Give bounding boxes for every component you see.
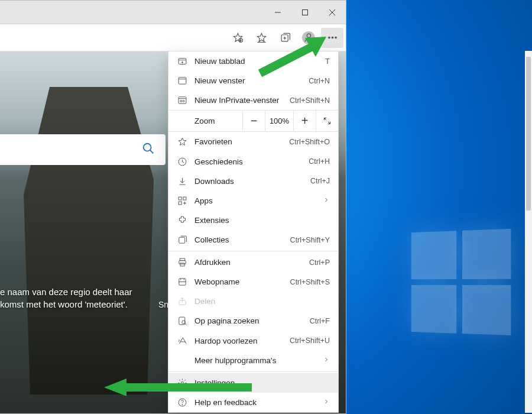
collections-icon — [177, 235, 187, 245]
menu-collections[interactable]: Collecties Ctrl+Shift+Y — [168, 230, 338, 250]
menu-extensions[interactable]: Extensies — [168, 211, 338, 230]
svg-point-17 — [144, 144, 151, 151]
print-icon — [177, 257, 187, 268]
menu-more-tools[interactable]: Meer hulpprogramma's — [168, 351, 338, 370]
add-favorite-button[interactable] — [226, 28, 249, 48]
find-icon — [177, 316, 187, 326]
share-icon — [177, 296, 187, 307]
menu-history[interactable]: Geschiedenis Ctrl+H — [168, 151, 338, 171]
menu-scrollbar[interactable] — [525, 51, 532, 413]
menu-separator — [168, 371, 338, 372]
svg-rect-23 — [179, 77, 186, 84]
new-tab-icon — [177, 56, 187, 67]
minimize-button[interactable] — [264, 1, 291, 24]
menu-new-inprivate[interactable]: Nieuw InPrivate-venster Ctrl+Shift+N — [168, 90, 338, 110]
svg-line-18 — [150, 150, 154, 154]
search-icon — [142, 142, 155, 157]
search-bar[interactable] — [0, 134, 166, 165]
apps-icon — [177, 195, 187, 206]
menu-share: Delen — [168, 292, 338, 311]
svg-point-53 — [181, 404, 182, 405]
chevron-right-icon — [323, 196, 330, 205]
svg-rect-43 — [180, 263, 184, 266]
svg-point-28 — [183, 101, 184, 102]
chevron-right-icon — [323, 356, 330, 365]
background-caption: e naam van deze regio deelt haar komst m… — [0, 286, 132, 310]
svg-line-49 — [184, 324, 186, 325]
chevron-right-icon — [323, 398, 330, 407]
inprivate-icon — [177, 95, 187, 106]
maximize-button[interactable] — [291, 1, 319, 24]
menu-zoom-row: Zoom − 100% + — [168, 110, 338, 132]
fullscreen-button[interactable] — [316, 111, 338, 131]
svg-point-15 — [332, 37, 333, 38]
svg-marker-31 — [179, 138, 186, 145]
zoom-out-button[interactable]: − — [242, 111, 265, 131]
help-icon — [177, 397, 187, 407]
svg-point-16 — [335, 37, 336, 38]
svg-rect-25 — [179, 97, 186, 104]
svg-marker-57 — [104, 379, 126, 396]
webcapture-icon — [177, 277, 187, 287]
settings-dropdown-menu: Nieuw tabblad T Nieuw venster Ctrl+N Nie… — [168, 51, 339, 413]
window-titlebar — [0, 1, 346, 24]
annotation-arrow-settings — [104, 379, 258, 399]
zoom-value: 100% — [265, 111, 293, 131]
star-icon — [177, 137, 187, 147]
menu-find[interactable]: Op pagina zoeken Ctrl+F — [168, 311, 338, 331]
annotation-arrow-menu-button — [254, 37, 331, 80]
menu-read-aloud[interactable]: Hardop voorlezen Ctrl+Shift+U — [168, 331, 338, 351]
svg-rect-1 — [303, 9, 308, 15]
menu-downloads[interactable]: Downloads Ctrl+J — [168, 172, 338, 191]
scrollbar-thumb[interactable] — [526, 57, 531, 211]
close-button[interactable] — [319, 1, 346, 24]
caption-snippet: Sn — [158, 300, 168, 309]
zoom-label: Zoom — [194, 117, 242, 125]
svg-rect-40 — [179, 237, 184, 243]
svg-rect-41 — [180, 258, 185, 261]
svg-line-29 — [325, 118, 327, 121]
svg-line-30 — [328, 122, 330, 124]
svg-rect-37 — [179, 202, 181, 205]
svg-line-54 — [260, 47, 311, 73]
history-icon — [177, 156, 187, 167]
svg-rect-35 — [179, 197, 181, 200]
zoom-in-button[interactable]: + — [293, 111, 316, 131]
blank-icon — [177, 355, 187, 366]
windows-logo-icon — [411, 229, 515, 339]
svg-rect-36 — [183, 197, 186, 200]
menu-favorites[interactable]: Favorieten Ctrl+Shift+O — [168, 132, 338, 151]
menu-webcapture[interactable]: Webopname Ctrl+Shift+S — [168, 272, 338, 292]
extensions-icon — [177, 215, 187, 225]
menu-apps[interactable]: Apps — [168, 191, 338, 211]
menu-print[interactable]: Afdrukken Ctrl+P — [168, 253, 338, 272]
download-icon — [177, 176, 187, 186]
new-window-icon — [177, 76, 187, 86]
read-aloud-icon — [177, 335, 187, 346]
svg-point-27 — [180, 101, 181, 102]
menu-separator — [168, 251, 338, 251]
